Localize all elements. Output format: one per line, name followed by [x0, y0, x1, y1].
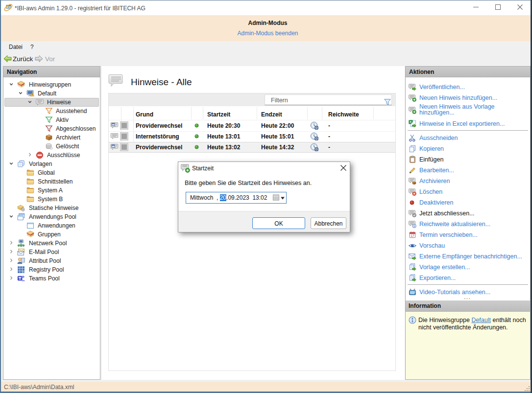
svg-text:17: 17	[411, 234, 414, 237]
